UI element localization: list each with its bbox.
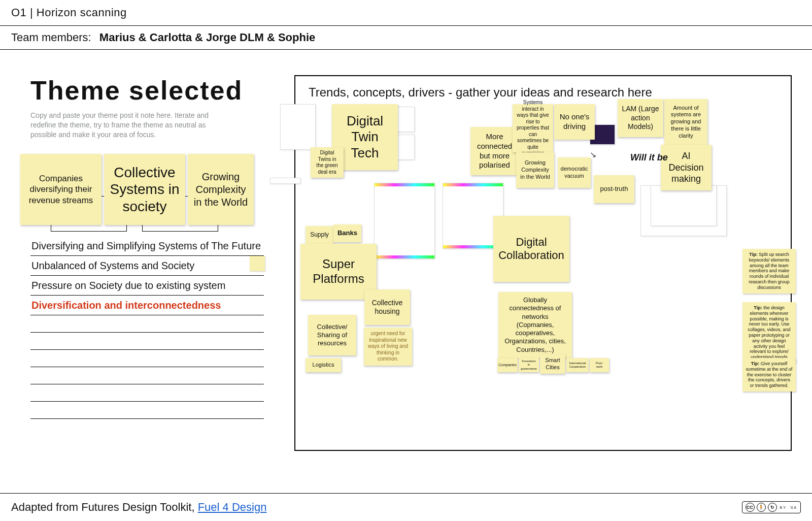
sticky-note[interactable]: Post-work	[590, 358, 609, 372]
cc-sub: BY SA	[780, 506, 797, 509]
sticky-note[interactable]: post-truth	[594, 175, 634, 203]
theme-slot-final[interactable]: Diversification and interconnectedness	[30, 296, 264, 315]
board-title: Trends, concepts, drivers - gather your …	[309, 85, 777, 100]
tip-note[interactable]: Tip: Split up search keywords/ elements …	[742, 249, 796, 294]
footer-link[interactable]: Fuel 4 Design	[198, 501, 267, 513]
cc-license-badge[interactable]: CC 🧍 ↻ BY SA	[742, 501, 801, 513]
sticky-note[interactable]: LAM (Large action Models)	[618, 99, 663, 137]
sticky-note[interactable]: Digital Collaboration	[493, 216, 569, 282]
doc-snippet[interactable]	[651, 185, 717, 226]
team-label: Team members:	[11, 31, 91, 44]
sticky-note[interactable]: Smart Cities	[540, 354, 565, 374]
mini-sticky[interactable]	[250, 256, 265, 271]
doc-snippet[interactable]	[374, 183, 435, 259]
sticky-note[interactable]: AI Decision making	[661, 145, 712, 190]
theme-slot[interactable]	[30, 333, 264, 350]
theme-title: Theme selected	[30, 75, 264, 106]
sticky-note[interactable]: Growing Complexity in the World	[516, 152, 554, 188]
tip-note[interactable]: Tip: Give yourself sometime at the end o…	[742, 358, 796, 392]
page-footer: Adapted from Futures Design Toolkit, Fue…	[0, 493, 812, 521]
sticky-note[interactable]: Banks	[333, 224, 361, 242]
theme-slot[interactable]: Diversifying and Simplifying Systems of …	[30, 236, 264, 256]
sticky-note[interactable]: Supply	[306, 226, 333, 244]
theme-slot[interactable]	[30, 402, 264, 419]
doc-snippet[interactable]	[270, 178, 300, 184]
ideas-board[interactable]: Trends, concepts, drivers - gather your …	[294, 75, 792, 451]
cc-icon: CC	[746, 503, 755, 512]
sticky-note[interactable]: Innovation in governance	[519, 358, 539, 372]
sa-icon: ↻	[768, 503, 777, 512]
sticky-note[interactable]: Companies	[497, 358, 518, 372]
theme-slot[interactable]: Pressure on Society due to existing syst…	[30, 276, 264, 296]
by-icon: 🧍	[757, 503, 766, 512]
sticky-note[interactable]: Companies diversifying their revenue str…	[20, 154, 101, 225]
theme-slot[interactable]	[30, 315, 264, 333]
header-title: O1 | Horizon scanning	[11, 6, 127, 19]
sticky-note[interactable]: urgent need for inspirational new ways o…	[364, 328, 412, 366]
sticky-note[interactable]: democratic vacuum	[558, 157, 591, 188]
page-header: O1 | Horizon scanning	[0, 0, 812, 26]
doc-snippet[interactable]	[280, 104, 316, 150]
sticky-note[interactable]: Digital Twins in the green deal era	[311, 147, 344, 178]
team-row: Team members: Marius & Carlotta & Jorge …	[0, 26, 812, 50]
sticky-note[interactable]: International Cooperation	[566, 358, 589, 372]
sticky-note[interactable]: Globally connectedness of networks (Copm…	[498, 292, 572, 358]
sticky-note[interactable]: Systems interact in ways that give rise …	[513, 104, 553, 152]
theme-slot[interactable]: Unbalanced of Systems and Society	[30, 256, 264, 276]
arrow-icon: ↘	[590, 150, 596, 159]
sticky-note[interactable]: Collective/ Sharing of resources	[308, 315, 356, 355]
footer-text: Adapted from Futures Design Toolkit,	[11, 501, 198, 513]
theme-desc: Copy and paste your theme post it note h…	[30, 111, 223, 140]
sticky-note[interactable]: Growing Complexity in the World	[188, 154, 254, 225]
theme-panel: Theme selected Copy and paste your theme…	[30, 75, 264, 451]
theme-slot[interactable]	[30, 384, 264, 402]
sticky-note[interactable]: Amount of systems are growing and there …	[664, 99, 707, 145]
sticky-note[interactable]: More connected but more polarised	[470, 127, 519, 175]
theme-slot[interactable]	[30, 350, 264, 367]
handwritten-note[interactable]: Will it be	[630, 152, 668, 163]
tip-note[interactable]: Tip: the design elements wherever possib…	[742, 302, 796, 363]
sticky-note[interactable]: Logistics	[306, 358, 341, 372]
team-value: Marius & Carlotta & Jorge DLM & Sophie	[99, 31, 315, 44]
theme-slot[interactable]	[30, 367, 264, 384]
sticky-note[interactable]: Collective housing	[364, 289, 410, 325]
theme-slots: Diversifying and Simplifying Systems of …	[30, 236, 264, 419]
sticky-note[interactable]: Collective Systems in society	[104, 154, 185, 225]
sticky-note[interactable]: No one's driving	[554, 104, 595, 140]
